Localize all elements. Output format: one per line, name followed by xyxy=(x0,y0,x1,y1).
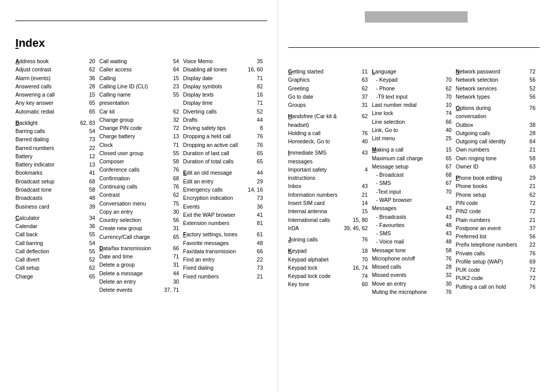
entry-page: 15 xyxy=(80,90,95,99)
entry-page: 22 xyxy=(80,144,95,152)
entry-name: Phone book editing xyxy=(456,174,520,182)
entry-page: 76 xyxy=(163,182,179,191)
list-item: Keypad alphabet70 xyxy=(288,255,368,264)
list-item: Missed events32 xyxy=(372,271,452,279)
entry-name: Calculator xyxy=(15,214,80,222)
entry-page: 21 xyxy=(520,145,535,154)
list-item: Currency/Call charge65 xyxy=(99,233,179,241)
col-b1: Getting started11Graphics63Greeting62Go … xyxy=(288,67,372,296)
entry-page: 68 xyxy=(80,177,95,185)
entry-page: 76 xyxy=(353,129,368,137)
list-item: Closed user group55 xyxy=(99,149,179,157)
list-item: Delete a message44 xyxy=(99,269,179,277)
list-item: - Favourites48 xyxy=(372,221,452,229)
entry-name: Microphone on/off xyxy=(372,254,436,263)
list-item: Link, Go to40 xyxy=(372,126,452,134)
entry-page: 52 xyxy=(80,255,95,264)
entry-page: 30 xyxy=(163,208,179,216)
list-item: Call setup62 xyxy=(15,264,95,272)
entry-name: Line lock xyxy=(372,109,436,117)
list-item: Car kit62 xyxy=(99,107,179,116)
entry-name: Network types xyxy=(456,92,520,101)
list-item: Business card39 xyxy=(15,202,95,211)
list-item: Any key answer65 xyxy=(15,99,95,107)
entry-name: Outbox xyxy=(456,121,520,129)
list-item: Barred numbers22 xyxy=(15,144,95,152)
list-item: Emergency calls14, 16 xyxy=(183,185,263,194)
entry-name: - WAP browser xyxy=(372,196,436,204)
entry-name: Extension numbers xyxy=(183,219,247,227)
entry-name: Change group xyxy=(99,116,163,124)
entry-name: Key tone xyxy=(288,280,353,288)
entry-name: Groups xyxy=(288,101,353,109)
entry-page: 48 xyxy=(436,221,452,229)
entry-name: Find an entry xyxy=(183,255,247,264)
entry-name: Date and time xyxy=(99,252,163,260)
list-item: - Keypad70 xyxy=(372,76,452,84)
entry-page: 73 xyxy=(248,264,263,272)
list-item: Fax/data transmission66 xyxy=(183,247,263,255)
list-item: - WAP browser xyxy=(372,196,452,204)
entry-page: 31 xyxy=(353,101,368,109)
entry-page: 32 xyxy=(436,271,452,279)
list-item: Internal antenna15 xyxy=(288,207,368,215)
entry-name: Missed calls xyxy=(372,263,436,271)
left-columns: Address book20Adjust contrast62Alarm (ev… xyxy=(15,57,267,294)
list-item: Favorite messages48 xyxy=(183,239,263,247)
entry-name: Barred dialing xyxy=(15,135,80,143)
entry-name: Delete a group xyxy=(99,260,163,269)
right-page: Getting started11Graphics63Greeting62Go … xyxy=(278,0,556,392)
entry-page: 52 xyxy=(248,107,263,116)
entry-name: PUK2 code xyxy=(456,274,520,282)
entry-name: Answered calls xyxy=(15,82,80,90)
list-item: Edit an old message44 xyxy=(183,169,263,177)
list-item: Network password72 xyxy=(456,67,535,76)
entry-name: Plain numbers xyxy=(456,216,520,224)
entry-page: 70 xyxy=(436,92,452,101)
entry-page: 15, 80 xyxy=(353,216,368,224)
list-item: Homedeck, Go to40 xyxy=(288,137,368,145)
entry-name: Address book xyxy=(15,57,80,65)
entry-name: Fixed numbers xyxy=(183,272,247,281)
list-item: Barring calls54 xyxy=(15,127,95,135)
entry-page: 21 xyxy=(520,182,535,190)
entry-page: 54 xyxy=(163,57,179,65)
entry-page: 62 xyxy=(80,264,95,272)
list-item: Delete an entry30 xyxy=(99,277,179,286)
list-item: Joining calls76 xyxy=(288,235,368,244)
entry-page: 62 xyxy=(163,191,179,199)
list-item: Date and time71 xyxy=(99,252,179,260)
list-item: Line lock74 xyxy=(372,109,452,117)
entry-name: Message setup xyxy=(372,162,436,171)
entry-name: Call back xyxy=(15,230,80,238)
entry-page: 43 xyxy=(353,148,368,165)
entry-name: Caller access xyxy=(99,65,163,73)
list-item: Postpone an event37 xyxy=(456,224,535,232)
list-item: Graphics63 xyxy=(288,76,368,84)
entry-page: 72 xyxy=(520,67,535,76)
entry-page: 72 xyxy=(520,266,535,274)
entry-page: 67 xyxy=(436,162,452,171)
entry-name: Important safety instructions xyxy=(288,165,353,182)
entry-name: Fax/data transmission xyxy=(183,247,247,255)
entry-page: 74 xyxy=(353,272,368,280)
entry-name: Exit the WAP browser xyxy=(183,211,247,219)
list-item: Charge65 xyxy=(15,272,95,281)
entry-page: 65 xyxy=(248,157,263,165)
list-item: -T9 text input70 xyxy=(372,92,452,101)
entry-page: 15 xyxy=(163,74,179,82)
list-item: Holding a call76 xyxy=(288,129,368,137)
list-item: Call deflection55 xyxy=(15,247,95,255)
list-item: Answering a call15 xyxy=(15,90,95,99)
entry-name: Network services xyxy=(456,84,520,92)
entry-page: 76 xyxy=(248,141,263,149)
entry-name: Charge xyxy=(15,272,80,281)
list-item: Display date71 xyxy=(183,74,263,82)
entry-page: 21 xyxy=(520,216,535,224)
list-item: Groups31 xyxy=(288,101,368,109)
left-page: Index Address book20Adjust contrast62Ala… xyxy=(0,0,278,392)
entry-page: 65 xyxy=(436,154,452,162)
list-item: Key tone60 xyxy=(288,280,368,288)
entry-page: 65 xyxy=(80,272,95,281)
list-item: Call divert52 xyxy=(15,255,95,264)
